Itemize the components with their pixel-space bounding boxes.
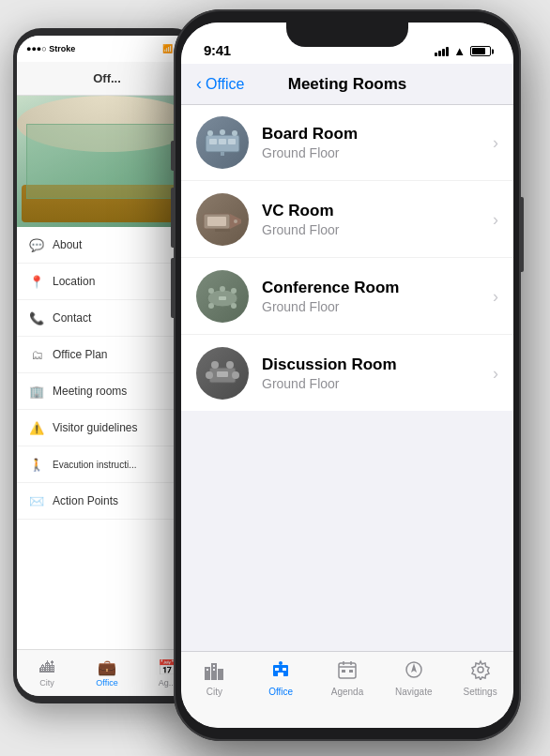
fg-tab-agenda[interactable]: Agenda xyxy=(314,659,381,697)
fg-phone-screen: 9:41 ▲ ‹ Office Meeting Rooms xyxy=(181,23,513,728)
fg-tab-settings[interactable]: Settings xyxy=(447,659,513,697)
discussion-room-avatar xyxy=(196,347,249,400)
side-button-power xyxy=(520,197,524,272)
svg-point-5 xyxy=(207,130,213,136)
svg-rect-9 xyxy=(207,217,226,226)
conference-room-avatar xyxy=(196,270,249,323)
svg-point-45 xyxy=(478,667,483,673)
svg-rect-25 xyxy=(217,371,228,377)
bg-status-bar: ●●●○ Stroke 📶 1:4 xyxy=(17,36,197,62)
bg-office-plan-label: Office Plan xyxy=(53,348,107,361)
fg-agenda-tab-label: Agenda xyxy=(331,687,363,697)
svg-rect-28 xyxy=(218,669,223,680)
signal-bar-2 xyxy=(438,51,441,56)
svg-point-6 xyxy=(220,129,225,135)
svg-rect-29 xyxy=(206,669,208,671)
svg-point-36 xyxy=(279,661,283,665)
bg-tab-office[interactable]: 💼 Office xyxy=(77,658,137,688)
bg-visitor-label: Visitor guidelines xyxy=(53,421,138,434)
discussion-room-name: Discussion Room xyxy=(262,355,480,374)
phone-notch xyxy=(286,23,408,47)
conference-room-chevron-icon: › xyxy=(493,287,498,307)
svg-point-15 xyxy=(220,286,225,292)
svg-rect-37 xyxy=(339,663,356,678)
bg-nav-visitor[interactable]: ⚠️ Visitor guidelines xyxy=(17,410,197,446)
bg-evacuation-label: Evacution instructi... xyxy=(53,460,136,470)
svg-point-7 xyxy=(232,130,237,136)
room-item-discussion[interactable]: Discussion Room Ground Floor › xyxy=(181,336,513,411)
svg-rect-3 xyxy=(228,139,236,144)
bg-city-tab-icon: 🏙 xyxy=(39,659,54,676)
bg-action-points-label: Action Points xyxy=(53,494,118,507)
side-button-vol-up xyxy=(171,188,175,248)
svg-rect-41 xyxy=(342,670,345,673)
fg-tab-bar: City Office xyxy=(181,651,513,728)
svg-rect-19 xyxy=(219,296,226,300)
signal-bar-1 xyxy=(435,53,437,56)
svg-point-17 xyxy=(208,303,214,309)
conference-room-floor: Ground Floor xyxy=(262,299,480,314)
background-phone: ●●●○ Stroke 📶 1:4 Off... 💬 About 📍 xyxy=(13,28,201,703)
bg-meeting-rooms-icon: 🏢 xyxy=(28,383,45,400)
fg-nav-bar: ‹ Office Meeting Rooms xyxy=(181,64,513,105)
discussion-room-chevron-icon: › xyxy=(493,364,498,384)
bg-city-tab-label: City xyxy=(39,678,54,688)
fg-office-tab-label: Office xyxy=(268,687,293,697)
bg-nav-action-points[interactable]: ✉️ Action Points xyxy=(17,483,197,520)
fg-status-time: 9:41 xyxy=(204,42,231,58)
bg-office-tab-icon: 💼 xyxy=(98,658,116,676)
bg-nav-meeting-rooms[interactable]: 🏢 Meeting rooms xyxy=(17,373,197,410)
bg-about-icon: 💬 xyxy=(28,236,45,253)
fg-agenda-tab-icon xyxy=(336,659,359,684)
fg-tab-office[interactable]: Office xyxy=(248,659,314,697)
foreground-phone: 9:41 ▲ ‹ Office Meeting Rooms xyxy=(174,9,521,741)
bg-action-points-icon: ✉️ xyxy=(28,492,45,509)
svg-rect-42 xyxy=(349,670,353,673)
vc-room-avatar xyxy=(196,193,249,246)
vc-room-floor: Ground Floor xyxy=(262,222,480,237)
room-list: Board Room Ground Floor › xyxy=(181,105,513,411)
fg-tab-city[interactable]: City xyxy=(181,659,248,697)
bg-tab-city[interactable]: 🏙 City xyxy=(17,659,77,688)
bg-phone-screen: ●●●○ Stroke 📶 1:4 Off... 💬 About 📍 xyxy=(17,36,197,696)
discussion-room-info: Discussion Room Ground Floor xyxy=(262,355,480,391)
fg-office-tab-icon xyxy=(269,659,292,684)
svg-rect-34 xyxy=(283,668,286,671)
board-room-avatar xyxy=(196,116,249,169)
back-label: Office xyxy=(206,76,245,93)
back-button[interactable]: ‹ Office xyxy=(196,76,245,93)
wifi-icon: ▲ xyxy=(453,44,466,58)
bg-nav-evacuation[interactable]: 🚶 Evacution instructi... xyxy=(17,446,197,483)
bg-about-label: About xyxy=(53,238,82,251)
board-room-name: Board Room xyxy=(262,125,480,144)
fg-status-icons: ▲ xyxy=(435,44,491,58)
svg-point-11 xyxy=(234,219,237,223)
svg-point-23 xyxy=(206,371,213,379)
svg-point-18 xyxy=(231,303,237,309)
fg-tab-navigate[interactable]: Navigate xyxy=(380,659,447,697)
room-item-vc[interactable]: VC Room Ground Floor › xyxy=(181,182,513,258)
bg-office-plan-icon: 🗂 xyxy=(28,346,45,363)
svg-rect-31 xyxy=(213,669,215,671)
svg-point-14 xyxy=(208,288,214,294)
bg-nav-office-plan[interactable]: 🗂 Office Plan xyxy=(17,337,197,373)
board-room-floor: Ground Floor xyxy=(262,145,480,160)
bg-contact-label: Contact xyxy=(53,311,91,325)
back-chevron-icon: ‹ xyxy=(196,75,202,92)
svg-rect-1 xyxy=(209,139,217,144)
svg-rect-35 xyxy=(278,673,283,676)
fg-city-tab-label: City xyxy=(206,687,222,697)
room-item-conference[interactable]: Conference Room Ground Floor › xyxy=(181,259,513,335)
nav-title: Meeting Rooms xyxy=(288,75,407,94)
room-item-board[interactable]: Board Room Ground Floor › xyxy=(181,105,513,181)
side-button-vol-down xyxy=(171,258,175,318)
conference-room-name: Conference Room xyxy=(262,279,480,297)
bg-glass-wall xyxy=(26,124,188,199)
battery-fill xyxy=(472,48,485,54)
bg-wifi-icon: 📶 xyxy=(162,44,173,53)
bg-location-label: Location xyxy=(53,275,95,288)
fg-navigate-tab-icon xyxy=(403,659,425,684)
bg-header: Off... xyxy=(17,62,197,96)
fg-screen-content: Board Room Ground Floor › xyxy=(181,105,513,651)
bg-visitor-icon: ⚠️ xyxy=(28,419,45,436)
